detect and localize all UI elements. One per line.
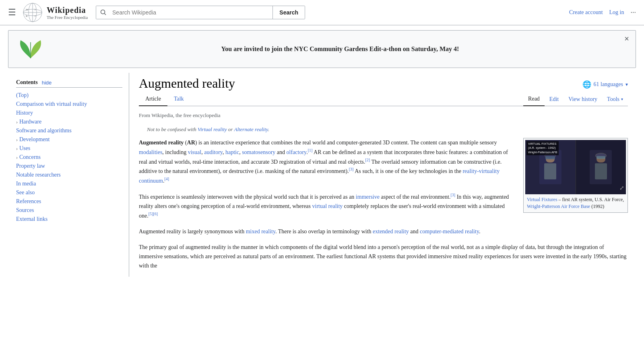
menu-icon[interactable]: ☰ [8,7,16,18]
article-body: From Wikipedia, the free encyclopedia No… [139,111,628,270]
toc-link-top[interactable]: (Top) [16,92,29,98]
list-item: External links [16,215,122,224]
header-actions: Create account Log in ··· [569,8,636,17]
article-para-4: The primary goal of augmented reality is… [139,243,628,270]
svg-text:I: I [35,8,36,11]
main-container: Contents hide (Top) Comparison with virt… [8,73,636,277]
article-para-3: Augmented reality is largely synonymous … [139,227,628,236]
toc-link-property[interactable]: Property law [16,163,45,169]
toc-link-media[interactable]: In media [16,181,36,187]
search-input[interactable] [111,6,272,19]
site-header: ☰ W I K I Wikipedia The Free Encyclopedi… [0,0,644,25]
list-item: See also [16,188,122,197]
svg-line-10 [105,14,106,15]
tabs-row: Article Talk Read Edit View history Tool… [139,93,628,106]
translate-icon: 🌐 [582,80,591,89]
banner-close-button[interactable]: × [624,35,629,43]
bold-abbrev: AR [187,140,195,146]
toc-link-see-also[interactable]: See also [16,189,35,195]
list-item: History [16,109,122,117]
list-item: › Hardware [16,117,122,126]
tab-article[interactable]: Article [139,93,167,106]
toc-link-external[interactable]: External links [16,216,47,222]
toc-link-notable[interactable]: Notable researchers [16,172,61,178]
banner-message: You are invited to join the NYC Communit… [53,45,627,53]
list-item: › Uses [16,144,122,153]
tab-edit[interactable]: Edit [545,93,564,106]
expand-icon[interactable]: › [16,146,18,152]
virtual-reality-link[interactable]: Virtual reality [198,126,227,132]
svg-text:K: K [26,14,28,18]
tab-view-history[interactable]: View history [564,93,602,106]
toc-link-hardware[interactable]: Hardware [19,119,41,125]
image-expand-icon[interactable]: ⤢ [619,183,624,193]
image-caption: Virtual Fixtures – first AR system, U.S.… [525,194,626,211]
toc-link-concerns[interactable]: Concerns [19,154,41,160]
ref-4[interactable]: [4] [164,177,169,181]
caption-year: (1992) [590,204,604,209]
immersive-link[interactable]: immersive [356,194,380,200]
tabs-right: Read Edit View history Tools ▾ [523,93,628,106]
tab-read[interactable]: Read [523,93,545,106]
tools-dropdown[interactable]: Tools ▾ [602,93,628,106]
logo-text: Wikipedia The Free Encyclopedia [47,5,88,20]
toc-container: Contents hide (Top) Comparison with virt… [16,79,122,224]
list-item: Sources [16,206,122,215]
wikipedia-logo[interactable]: W I K I Wikipedia The Free Encyclopedia [23,2,88,23]
virtual-reality-link-2[interactable]: virtual reality [312,203,343,209]
ref-1[interactable]: [1] [308,148,313,152]
expand-icon[interactable]: › [16,137,18,143]
wright-patterson-link[interactable]: Wright-Patterson Air Force Base [527,204,590,209]
toc-hide-button[interactable]: hide [42,80,52,86]
ref-2[interactable]: [2] [365,158,370,162]
language-link[interactable]: 61 languages [594,81,623,88]
leaf-icon [17,36,45,60]
search-button[interactable]: Search [272,6,305,19]
auditory-link[interactable]: auditory [204,149,223,155]
page-title: Augmented reality [139,76,235,91]
language-bar: 🌐 61 languages ▾ [582,80,628,89]
list-item: (Top) [16,91,122,100]
olfactory-link[interactable]: olfactory [287,149,307,155]
alternate-reality-link[interactable]: Alternate reality [234,126,268,132]
expand-icon[interactable]: › [16,154,18,160]
log-in-link[interactable]: Log in [609,9,624,16]
toc-link-software[interactable]: Software and algorithms [16,128,72,134]
reality-virtuality-link[interactable]: reality-virtuality continuum [139,168,500,184]
chevron-down-icon[interactable]: ▾ [625,82,628,88]
ref-3b[interactable]: [3] [450,193,455,197]
toc-link-references[interactable]: References [16,198,41,204]
virtual-fixtures-link[interactable]: Virtual Fixtures [527,197,557,202]
toc-link-sources[interactable]: Sources [16,207,34,213]
create-account-link[interactable]: Create account [569,9,603,16]
toc-link-uses[interactable]: Uses [19,145,30,152]
extended-reality-link[interactable]: extended reality [373,228,409,234]
image-placeholder: VIRTUAL FIXTURES(A.R. system - 1992)Wrig… [525,140,626,194]
caption-dash: – first AR system, U.S. Air Force, [557,197,624,202]
toc-link-comparison[interactable]: Comparison with virtual reality [16,101,87,107]
toc-link-history[interactable]: History [16,110,33,116]
logo-subtitle: The Free Encyclopedia [47,15,88,20]
toc-link-development[interactable]: Development [19,136,50,143]
chevron-down-icon: ▾ [621,97,623,101]
more-options-icon[interactable]: ··· [631,8,636,17]
visual-link[interactable]: visual [188,149,201,155]
from-wikipedia: From Wikipedia, the free encyclopedia [139,111,628,119]
search-form: Search [96,6,305,19]
ref-3[interactable]: [3] [349,167,354,171]
svg-text:W: W [26,8,29,11]
image-label: VIRTUAL FIXTURES(A.R. system - 1992)Wrig… [526,141,559,156]
expand-icon[interactable]: › [16,119,18,125]
logo-title: Wikipedia [47,5,88,15]
ref-56[interactable]: [5][6] [149,212,158,216]
somatosensory-link[interactable]: somatosensory [242,149,275,155]
tab-talk[interactable]: Talk [167,93,190,106]
svg-text:I: I [35,14,36,18]
modalities-link[interactable]: modalities [139,149,162,155]
mixed-reality-link[interactable]: mixed reality [246,228,275,234]
banner-logo [17,36,45,62]
haptic-link[interactable]: haptic [225,149,239,155]
tabs-left: Article Talk [139,93,190,106]
computer-mediated-link[interactable]: computer-mediated reality [420,228,479,234]
hatnote-or: or [227,126,234,132]
